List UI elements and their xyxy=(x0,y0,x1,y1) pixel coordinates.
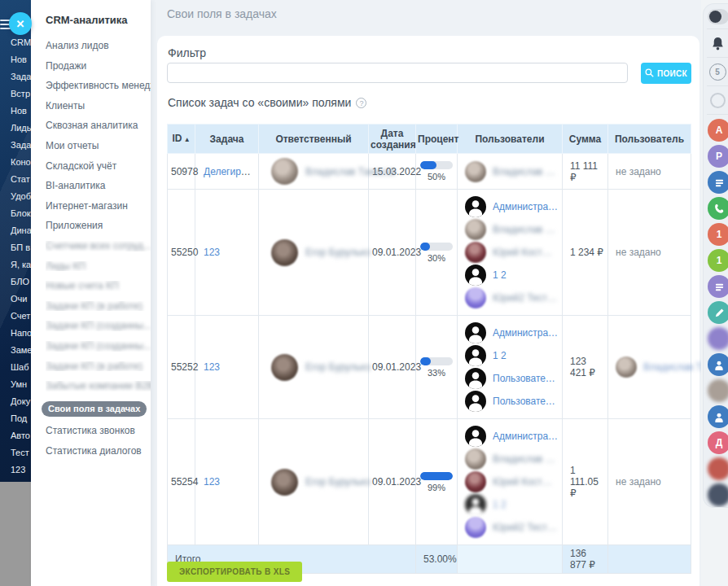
sidebar-item[interactable]: Лиды КП xyxy=(46,261,151,272)
sidebar-item[interactable]: Статистика звонков xyxy=(46,426,151,436)
collapsed-menu-item[interactable]: БП в xyxy=(0,239,31,256)
collapsed-menu-item[interactable]: Тест xyxy=(0,444,31,461)
sidebar-item[interactable]: BI-аналитика xyxy=(46,181,151,191)
close-sidebar-button[interactable]: ✕ xyxy=(9,12,32,35)
collapsed-menu-item[interactable]: Нов xyxy=(0,103,31,120)
collapsed-menu-item[interactable]: Коно xyxy=(0,154,31,171)
column-header-Ответственный[interactable]: Ответственный xyxy=(259,125,369,154)
avatar xyxy=(465,448,486,470)
sidebar-item[interactable]: Задачи КП (в работе) xyxy=(46,361,151,372)
contact-avatar[interactable] xyxy=(708,327,728,350)
collapsed-menu-item[interactable]: Авто xyxy=(0,427,31,444)
collapsed-menu-item[interactable]: Удоб xyxy=(0,188,31,205)
help-icon[interactable]: ? xyxy=(356,98,366,108)
sidebar-item[interactable]: Забытые компании B2B xyxy=(46,381,151,391)
contact-avatar[interactable] xyxy=(708,197,728,220)
cell-sum: 1 111.05 ₽ xyxy=(563,419,608,545)
contact-avatar[interactable] xyxy=(708,301,728,324)
collapsed-menu-item[interactable]: Напо xyxy=(0,325,31,342)
sidebar-item[interactable]: Интернет-магазин xyxy=(46,201,151,212)
collapsed-menu-item[interactable]: БЛО xyxy=(0,273,31,291)
collapsed-menu-item[interactable]: Я, ка xyxy=(0,256,31,273)
collapsed-menu-item[interactable]: Лиды xyxy=(0,120,31,137)
contact-avatar[interactable] xyxy=(708,379,728,402)
collapsed-menu-item[interactable]: Умн xyxy=(0,376,31,393)
contact-avatar[interactable] xyxy=(708,483,728,506)
collapsed-menu-item[interactable]: Очи xyxy=(0,291,31,308)
contact-avatar[interactable] xyxy=(708,405,728,428)
sidebar-item-selected[interactable]: Свои поля в задачах xyxy=(42,401,151,418)
user-name[interactable]: 1 2 xyxy=(493,269,507,281)
task-link[interactable]: 123 xyxy=(204,476,220,488)
task-link[interactable]: 123 xyxy=(204,361,220,373)
sidebar-item[interactable]: Задачи КП (в работе) xyxy=(46,301,151,312)
counter-badge-icon[interactable]: 5 xyxy=(708,62,727,81)
user-entry: 1 2 xyxy=(465,344,559,367)
cell-responsible: Владислав Танасов xyxy=(259,154,369,190)
collapsed-menu-item[interactable]: Доку xyxy=(0,393,31,410)
collapsed-menu-item[interactable]: Дина xyxy=(0,222,31,239)
collapsed-menu-item[interactable]: Зада xyxy=(0,68,31,85)
sidebar-item[interactable]: Задачи КП (созданны... xyxy=(46,341,151,352)
column-header-ID[interactable]: ID ▲ xyxy=(168,125,195,154)
column-header-Пользователи[interactable]: Пользователи xyxy=(458,125,563,154)
contact-avatar[interactable]: Д xyxy=(708,431,728,454)
sidebar-item[interactable]: Новые счета КП xyxy=(46,281,151,291)
sidebar-item[interactable]: Статистика диалогов xyxy=(46,446,151,457)
column-header-Задача[interactable]: Задача xyxy=(195,125,259,154)
collapsed-menu-item[interactable]: 123 xyxy=(0,461,31,479)
user-name[interactable]: 1 2 xyxy=(493,350,507,361)
collapsed-menu-item[interactable]: Под xyxy=(0,410,31,427)
notifications-icon[interactable] xyxy=(708,33,727,53)
task-link[interactable]: Делегирован... xyxy=(204,166,259,177)
collapsed-menu-item[interactable]: Стат xyxy=(0,171,31,188)
sidebar-item-label: Сквозная аналитика xyxy=(46,120,138,131)
sidebar-item-label: Эффективность менедже... xyxy=(46,81,151,91)
user-name[interactable]: Администратор С... xyxy=(493,327,559,339)
sidebar-item[interactable]: Анализ лидов xyxy=(46,41,151,51)
contact-avatar[interactable] xyxy=(708,171,728,194)
sidebar-item[interactable]: Счетчики всех сотруд... xyxy=(46,241,151,251)
collapsed-menu-item[interactable]: Нов xyxy=(0,51,31,68)
task-link[interactable]: 123 xyxy=(204,247,220,258)
responsible: Егор Бурулько xyxy=(262,469,365,496)
user-name[interactable]: Администратор С... xyxy=(493,201,559,212)
responsible: Владислав Танасов xyxy=(262,158,365,185)
collapsed-menu-item[interactable]: Блок xyxy=(0,205,31,222)
sidebar-item[interactable]: Эффективность менедже... xyxy=(46,81,151,91)
sidebar-item[interactable]: Приложения xyxy=(46,221,151,231)
column-header-Процент[interactable]: Процент xyxy=(416,125,458,154)
contact-avatar[interactable] xyxy=(708,353,728,376)
divider xyxy=(707,114,728,115)
user-name[interactable]: Администратор С... xyxy=(493,431,559,442)
sidebar-item[interactable]: Складской учёт xyxy=(46,161,151,172)
contact-avatar[interactable] xyxy=(708,457,728,480)
contact-avatar[interactable] xyxy=(708,275,728,298)
sidebar-item[interactable]: Клиенты xyxy=(46,101,151,112)
sidebar-item[interactable]: Задачи КП (созданны... xyxy=(46,321,151,331)
collapsed-menu-item[interactable]: Счет xyxy=(0,308,31,325)
collapsed-menu-item[interactable]: Шаб xyxy=(0,359,31,376)
column-header-Сумма[interactable]: Сумма xyxy=(563,125,608,154)
search-button[interactable]: ПОИСК xyxy=(641,63,691,84)
contact-avatar[interactable]: 1 xyxy=(708,223,728,246)
timer-icon[interactable] xyxy=(708,90,727,110)
collapsed-menu-item[interactable]: Встр xyxy=(0,85,31,103)
widget-toggle-icon[interactable] xyxy=(708,9,728,24)
sidebar-item[interactable]: Сквозная аналитика xyxy=(46,120,151,131)
column-header-Дата создания[interactable]: Дата создания xyxy=(369,125,416,154)
contact-avatar[interactable]: 1 xyxy=(708,249,728,272)
export-xls-button[interactable]: ЭКСПОРТИРОВАТЬ В XLS xyxy=(167,562,302,582)
collapsed-menu-item[interactable]: CRM xyxy=(0,34,31,51)
column-header-Пользователь[interactable]: Пользователь xyxy=(608,125,691,154)
filter-input[interactable] xyxy=(167,63,628,83)
sidebar-item[interactable]: Продажи xyxy=(46,61,151,72)
user-name[interactable]: Пользователь (ID: ... xyxy=(493,373,559,384)
collapsed-menu-item[interactable]: Зада xyxy=(0,137,31,154)
user-name[interactable]: Пользователь (ID: ... xyxy=(493,396,559,407)
collapsed-menu-item[interactable]: Заме xyxy=(0,342,31,359)
user-name[interactable]: 1 2 xyxy=(493,499,507,510)
sidebar-item[interactable]: Мои отчеты xyxy=(46,141,151,151)
contact-avatar[interactable]: А xyxy=(708,119,728,142)
contact-avatar[interactable]: Р xyxy=(708,145,728,168)
